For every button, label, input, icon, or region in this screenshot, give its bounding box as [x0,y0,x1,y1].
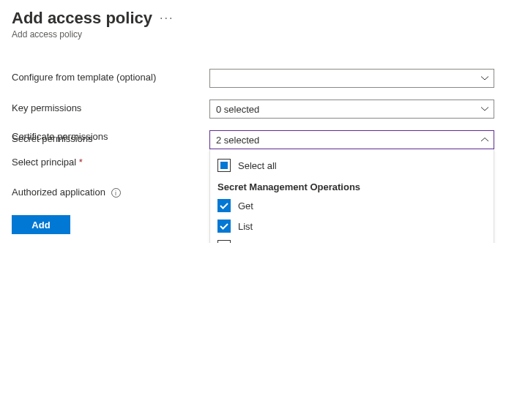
key-permissions-label: Key permissions [12,100,209,113]
group-secret-management: Secret Management Operations [210,176,494,195]
checkbox-unchecked-icon [217,240,231,243]
chevron-down-icon [480,105,489,113]
configure-from-template-select[interactable] [209,69,494,88]
key-permissions-select[interactable]: 0 selected [209,100,494,119]
more-actions-icon[interactable]: ··· [160,12,174,25]
checkbox-checked-icon [217,199,231,212]
chevron-up-icon [480,135,489,144]
option-set-label: Set [238,241,253,244]
option-list[interactable]: List [210,216,494,236]
key-permissions-value: 0 selected [216,104,259,115]
secret-permissions-select[interactable]: 2 selected [209,130,494,149]
option-set[interactable]: Set [210,236,494,243]
option-list-label: List [238,221,253,232]
secret-permissions-dropdown: Select all Secret Management Operations … [209,149,494,243]
configure-from-template-label: Configure from template (optional) [12,69,209,83]
select-all-label: Select all [238,160,277,171]
checkbox-checked-icon [217,220,231,233]
select-all-option[interactable]: Select all [210,155,494,176]
option-get-label: Get [238,200,253,211]
page-title: Add access policy [12,9,152,28]
chevron-down-icon [480,74,489,83]
secret-permissions-label: Secret permissions [12,130,209,144]
secret-permissions-value: 2 selected [216,135,259,146]
checkbox-indeterminate-icon [217,159,231,172]
option-get[interactable]: Get [210,195,494,216]
page-subtitle: Add access policy [12,29,494,40]
